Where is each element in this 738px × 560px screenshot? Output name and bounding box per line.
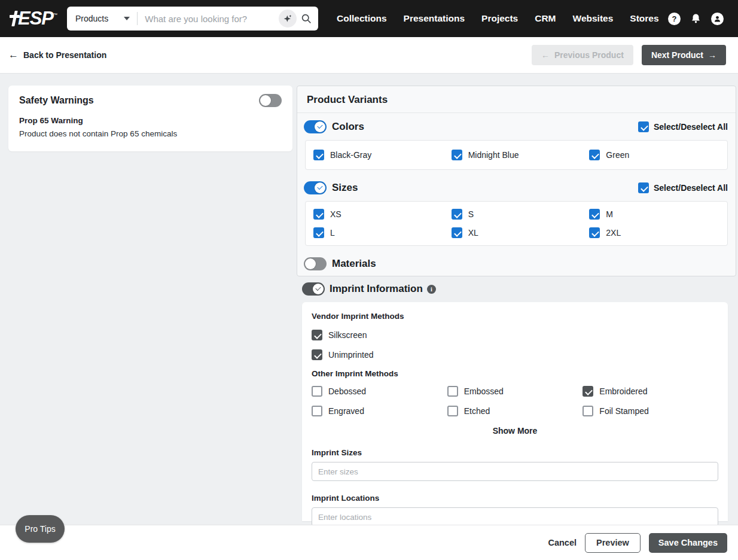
nav-crm[interactable]: CRM bbox=[535, 13, 556, 24]
sizes-select-all[interactable]: Select/Deselect All bbox=[638, 182, 728, 193]
nav-projects[interactable]: Projects bbox=[481, 13, 518, 24]
other-method-debossed[interactable]: Debossed bbox=[312, 386, 447, 397]
checkbox-label: Midnight Blue bbox=[468, 150, 519, 160]
checkbox-icon bbox=[312, 406, 322, 416]
size-option-s[interactable]: S bbox=[452, 209, 590, 220]
other-method-embossed[interactable]: Embossed bbox=[447, 386, 583, 397]
select-all-label: Select/Deselect All bbox=[654, 183, 728, 193]
top-navigation-bar: ESP™ Products Collections Presentations … bbox=[0, 0, 738, 37]
profile-avatar-icon[interactable] bbox=[711, 13, 724, 25]
primary-nav: Collections Presentations Projects CRM W… bbox=[337, 13, 659, 24]
other-method-etched[interactable]: Etched bbox=[447, 406, 583, 416]
checkbox-label: Embroidered bbox=[599, 386, 647, 396]
person-glyph bbox=[713, 15, 721, 23]
vendor-method-unimprinted[interactable]: Unimprinted bbox=[312, 349, 718, 360]
materials-toggle[interactable] bbox=[304, 257, 327, 270]
other-imprint-methods-title: Other Imprint Methods bbox=[312, 369, 718, 378]
colors-label: Colors bbox=[332, 121, 364, 133]
color-option-black-gray[interactable]: Black-Gray bbox=[313, 150, 452, 160]
product-variants-title: Product Variants bbox=[297, 86, 736, 113]
help-icon[interactable]: ? bbox=[668, 13, 681, 25]
main-content: Safety Warnings Prop 65 Warning Product … bbox=[0, 74, 738, 525]
toggle-knob-check-icon bbox=[315, 182, 325, 193]
imprint-sizes-input[interactable] bbox=[312, 462, 718, 481]
checkbox-icon bbox=[313, 150, 324, 160]
nav-websites[interactable]: Websites bbox=[573, 13, 614, 24]
checkbox-label: 2XL bbox=[606, 228, 621, 238]
toggle-knob-check-icon bbox=[313, 284, 324, 294]
colors-toggle[interactable] bbox=[304, 120, 327, 133]
checkbox-icon bbox=[452, 227, 462, 238]
search-icon[interactable] bbox=[300, 13, 312, 25]
vendor-method-silkscreen[interactable]: Silkscreen bbox=[312, 330, 718, 340]
checkbox-icon bbox=[313, 227, 324, 238]
checkbox-label: XL bbox=[468, 228, 478, 238]
checkbox-icon bbox=[589, 209, 600, 220]
chevron-down-icon bbox=[124, 17, 130, 20]
checkbox-icon bbox=[312, 349, 322, 360]
global-search-bar: Products bbox=[67, 7, 318, 31]
checkbox-icon bbox=[452, 209, 462, 220]
pro-tips-button[interactable]: Pro Tips bbox=[16, 515, 65, 543]
footer-action-bar: Cancel Preview Save Changes bbox=[0, 525, 738, 560]
arrow-right-icon: → bbox=[708, 50, 716, 60]
checkbox-icon bbox=[589, 150, 600, 160]
checkbox-label: Black-Gray bbox=[330, 150, 371, 160]
colors-select-all[interactable]: Select/Deselect All bbox=[638, 121, 728, 132]
ai-sparkle-button[interactable] bbox=[279, 10, 297, 28]
other-method-foil-stamped[interactable]: Foil Stamped bbox=[583, 406, 718, 416]
checkbox-icon bbox=[447, 406, 458, 416]
checkbox-icon bbox=[312, 386, 322, 397]
checkbox-icon bbox=[313, 209, 324, 220]
preview-button[interactable]: Preview bbox=[585, 533, 641, 553]
safety-warnings-card: Safety Warnings Prop 65 Warning Product … bbox=[8, 86, 292, 151]
esp-logo[interactable]: ESP™ bbox=[10, 8, 61, 29]
imprint-locations-input[interactable] bbox=[312, 507, 718, 525]
materials-section-header: Materials bbox=[297, 256, 736, 272]
color-option-green[interactable]: Green bbox=[589, 150, 727, 160]
imprint-information-header: Imprint Information i bbox=[302, 281, 436, 297]
prop65-warning-text: Product does not contain Prop 65 chemica… bbox=[19, 129, 282, 138]
bell-glyph bbox=[690, 13, 702, 25]
sizes-options-box: XS S M L XL bbox=[305, 201, 728, 246]
safety-warnings-toggle[interactable] bbox=[259, 94, 282, 107]
imprint-information-toggle[interactable] bbox=[302, 282, 325, 296]
checkbox-label: Unimprinted bbox=[328, 350, 373, 360]
previous-product-button[interactable]: ← Previous Product bbox=[532, 45, 633, 65]
checkbox-icon bbox=[589, 227, 600, 238]
notifications-bell-icon[interactable] bbox=[690, 13, 702, 25]
size-option-2xl[interactable]: 2XL bbox=[589, 227, 727, 238]
size-option-xs[interactable]: XS bbox=[313, 209, 452, 220]
size-option-xl[interactable]: XL bbox=[452, 227, 590, 238]
save-changes-button[interactable]: Save Changes bbox=[649, 533, 727, 553]
divider bbox=[137, 12, 138, 25]
search-input[interactable] bbox=[145, 14, 279, 24]
header-icon-group: ? bbox=[668, 13, 724, 25]
size-option-m[interactable]: M bbox=[589, 209, 727, 220]
size-option-l[interactable]: L bbox=[313, 227, 452, 238]
next-product-button[interactable]: Next Product → bbox=[642, 45, 726, 65]
back-to-presentation-link[interactable]: ← Back to Presentation bbox=[8, 49, 106, 61]
checkbox-icon bbox=[583, 406, 593, 416]
toggle-knob bbox=[260, 95, 271, 106]
materials-label: Materials bbox=[332, 258, 376, 270]
search-category-dropdown[interactable]: Products bbox=[75, 14, 130, 23]
other-imprint-methods-grid: Debossed Embossed Embroidered Engraved E… bbox=[312, 386, 718, 416]
nav-stores[interactable]: Stores bbox=[630, 13, 658, 24]
checkbox-label: Debossed bbox=[328, 386, 366, 396]
info-icon[interactable]: i bbox=[427, 285, 436, 294]
prop65-warning-title: Prop 65 Warning bbox=[19, 116, 282, 125]
esp-logo-text: ESP bbox=[18, 8, 53, 29]
other-method-embroidered[interactable]: Embroidered bbox=[583, 386, 718, 397]
colors-options-box: Black-Gray Midnight Blue Green bbox=[305, 140, 728, 170]
imprint-information-card: Vendor Imprint Methods Silkscreen Unimpr… bbox=[302, 302, 728, 521]
cancel-button[interactable]: Cancel bbox=[548, 538, 577, 547]
esp-logo-plus-icon bbox=[10, 11, 20, 26]
checkbox-label: Engraved bbox=[328, 406, 364, 416]
nav-collections[interactable]: Collections bbox=[337, 13, 387, 24]
nav-presentations[interactable]: Presentations bbox=[404, 13, 465, 24]
other-method-engraved[interactable]: Engraved bbox=[312, 406, 447, 416]
color-option-midnight-blue[interactable]: Midnight Blue bbox=[452, 150, 590, 160]
sizes-toggle[interactable] bbox=[304, 181, 327, 194]
show-more-button[interactable]: Show More bbox=[493, 426, 538, 436]
